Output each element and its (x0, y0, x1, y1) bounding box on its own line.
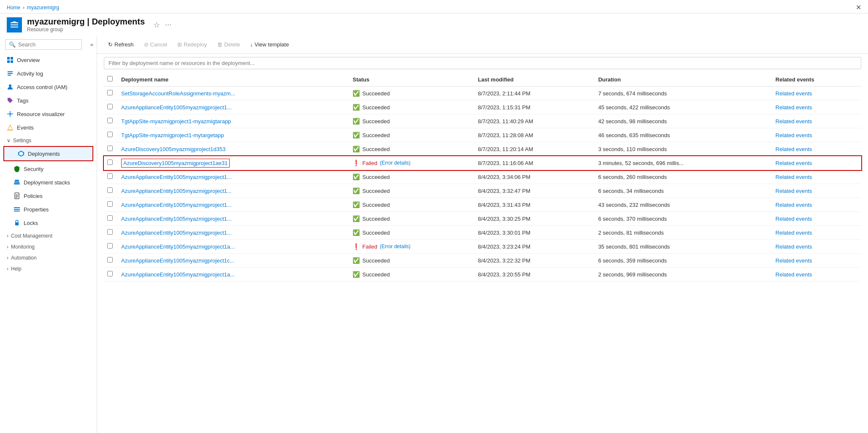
sidebar-item-visualizer[interactable]: Resource visualizer (0, 107, 97, 121)
favorite-icon[interactable]: ☆ (153, 20, 160, 30)
refresh-button[interactable]: ↻ Refresh (104, 39, 138, 50)
related-events-link[interactable]: Related events (776, 216, 812, 222)
row-checkbox[interactable] (107, 160, 113, 165)
settings-group[interactable]: ∨ Settings (0, 134, 97, 145)
cost-management-group[interactable]: › Cost Management (0, 230, 97, 241)
last-modified-cell: 8/7/2023, 11:20:14 AM (475, 142, 595, 156)
related-events-link[interactable]: Related events (776, 118, 812, 124)
breadcrumb-home[interactable]: Home (7, 5, 20, 11)
sidebar-item-overview[interactable]: Overview (0, 53, 97, 67)
duration-cell: 42 seconds, 98 milliseconds (595, 114, 772, 128)
select-all-checkbox[interactable] (107, 76, 113, 81)
deployment-name-link[interactable]: AzureApplianceEntity1005myazmigproject1.… (121, 104, 232, 111)
error-details-link[interactable]: (Error details) (380, 160, 411, 166)
deployment-name-link[interactable]: SetStorageAccountRoleAssignments-myazm..… (121, 90, 235, 97)
related-events-link[interactable]: Related events (776, 174, 812, 180)
sidebar-item-properties[interactable]: Properties (0, 203, 97, 216)
related-events-cell: Related events (772, 100, 861, 114)
related-events-link[interactable]: Related events (776, 202, 812, 208)
last-modified-cell: 8/4/2023, 3:22:32 PM (475, 254, 595, 268)
row-checkbox[interactable] (107, 90, 113, 95)
table-row: AzureApplianceEntity1005myazmigproject1.… (104, 198, 861, 212)
cancel-button[interactable]: ⊘ Cancel (140, 39, 171, 50)
breadcrumb-resource[interactable]: myazuremigrg (27, 5, 59, 11)
svg-point-8 (9, 113, 11, 115)
sidebar-item-iam[interactable]: Access control (IAM) (0, 80, 97, 94)
related-events-cell: Related events (772, 142, 861, 156)
close-icon[interactable]: ✕ (856, 3, 861, 11)
failed-icon: ❗ (353, 243, 360, 250)
related-events-link[interactable]: Related events (776, 160, 812, 166)
sidebar-item-events[interactable]: Events (0, 121, 97, 134)
related-events-link[interactable]: Related events (776, 104, 812, 111)
sidebar-item-deployments[interactable]: Deployments (3, 146, 93, 161)
sidebar-item-label: Properties (24, 206, 49, 213)
deployment-name-link[interactable]: AzureApplianceEntity1005myazmigproject1.… (121, 230, 232, 236)
related-events-link[interactable]: Related events (776, 146, 812, 152)
error-details-link[interactable]: (Error details) (380, 244, 411, 249)
row-checkbox[interactable] (107, 257, 113, 263)
row-checkbox[interactable] (107, 146, 113, 151)
deployment-name-link[interactable]: TgtAppSite-myazmigproject1-myazmigtarapp (121, 118, 231, 124)
sidebar-item-deployment-stacks[interactable]: Deployment stacks (0, 176, 97, 189)
monitoring-group[interactable]: › Monitoring (0, 241, 97, 252)
automation-group[interactable]: › Automation (0, 252, 97, 263)
deployment-name-cell: AzureApplianceEntity1005myazmigproject1.… (118, 226, 349, 240)
status-cell: ✅Succeeded (349, 184, 475, 198)
deployment-name-link[interactable]: AzureApplianceEntity1005myazmigproject1c… (121, 257, 234, 264)
deployment-name-link[interactable]: AzureDiscovery1005myazmigproject1d353 (121, 146, 225, 152)
filter-input[interactable] (104, 57, 861, 69)
search-box[interactable]: 🔍 (5, 39, 82, 50)
row-checkbox-cell (104, 170, 118, 184)
collapse-icon[interactable]: « (87, 38, 97, 51)
row-checkbox[interactable] (107, 187, 113, 193)
deployment-name-link[interactable]: TgtAppSite-myazmigproject1-mytargetapp (121, 132, 224, 138)
related-events-link[interactable]: Related events (776, 132, 812, 138)
duration-cell: 6 seconds, 359 milliseconds (595, 254, 772, 268)
sidebar-item-locks[interactable]: Locks (0, 216, 97, 230)
sidebar-item-policies[interactable]: Policies (0, 189, 97, 203)
sidebar-item-security[interactable]: Security (0, 162, 97, 176)
row-checkbox[interactable] (107, 243, 113, 249)
deployment-name-cell: AzureApplianceEntity1005myazmigproject1.… (118, 198, 349, 212)
more-options-icon[interactable]: ··· (165, 20, 171, 29)
deployment-name-link[interactable]: AzureApplianceEntity1005myazmigproject1.… (121, 174, 232, 180)
row-checkbox[interactable] (107, 215, 113, 221)
deployment-name-link[interactable]: AzureDiscovery1005myazmigproject1ae31 (121, 159, 230, 168)
chevron-right-icon: › (7, 233, 8, 239)
deployment-name-link[interactable]: AzureApplianceEntity1005myazmigproject1a… (121, 244, 235, 250)
deployment-name-link[interactable]: AzureApplianceEntity1005myazmigproject1a… (121, 271, 235, 278)
related-events-link[interactable]: Related events (776, 188, 812, 194)
related-events-link[interactable]: Related events (776, 271, 812, 278)
col-duration: Duration (595, 73, 772, 87)
help-group[interactable]: › Help (0, 263, 97, 273)
properties-icon (14, 206, 20, 213)
row-checkbox[interactable] (107, 104, 113, 109)
sidebar: 🔍 « Overview Activity log Access control… (0, 36, 97, 433)
view-template-button[interactable]: ↓ View template (246, 39, 293, 50)
deployment-name-link[interactable]: AzureApplianceEntity1005myazmigproject1.… (121, 216, 232, 222)
resource-header: myazuremigrg | Deployments Resource grou… (0, 14, 868, 36)
related-events-link[interactable]: Related events (776, 257, 812, 264)
related-events-link[interactable]: Related events (776, 230, 812, 236)
row-checkbox[interactable] (107, 132, 113, 137)
table-row: AzureApplianceEntity1005myazmigproject1.… (104, 184, 861, 198)
row-checkbox[interactable] (107, 201, 113, 207)
row-checkbox[interactable] (107, 173, 113, 179)
deployment-name-link[interactable]: AzureApplianceEntity1005myazmigproject1.… (121, 202, 232, 208)
success-icon: ✅ (353, 229, 360, 236)
related-events-link[interactable]: Related events (776, 90, 812, 97)
failed-icon: ❗ (353, 160, 360, 166)
related-events-link[interactable]: Related events (776, 244, 812, 250)
delete-button[interactable]: 🗑 Delete (213, 39, 244, 50)
sidebar-item-activity-log[interactable]: Activity log (0, 67, 97, 80)
redeploy-button[interactable]: ⊞ Redeploy (173, 39, 211, 50)
status-text: Succeeded (362, 132, 390, 138)
row-checkbox[interactable] (107, 229, 113, 235)
row-checkbox[interactable] (107, 118, 113, 123)
search-input[interactable] (18, 41, 78, 48)
deployment-name-link[interactable]: AzureApplianceEntity1005myazmigproject1.… (121, 188, 232, 194)
sidebar-item-tags[interactable]: Tags (0, 94, 97, 107)
deployment-name-cell: AzureDiscovery1005myazmigproject1ae31 (118, 156, 349, 170)
row-checkbox[interactable] (107, 271, 113, 276)
